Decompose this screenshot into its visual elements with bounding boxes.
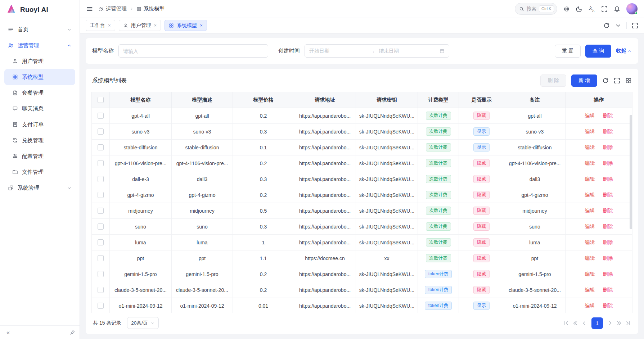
user-avatar[interactable]	[626, 3, 638, 14]
last-page-button[interactable]	[625, 320, 631, 326]
delete-link[interactable]: 删除	[603, 144, 613, 150]
delete-link[interactable]: 删除	[603, 271, 613, 277]
refresh-table-icon[interactable]	[602, 77, 609, 84]
edit-link[interactable]: 编辑	[585, 287, 595, 293]
edit-link[interactable]: 编辑	[585, 223, 595, 229]
sidebar-item-user[interactable]: 用户管理	[4, 53, 75, 69]
date-range-picker[interactable]: 开始日期 → 结束日期	[305, 44, 449, 58]
breadcrumb-item-current[interactable]: 系统模型	[136, 5, 165, 12]
row-checkbox[interactable]	[98, 176, 104, 182]
delete-link[interactable]: 删除	[603, 255, 613, 261]
sidebar-item-home[interactable]: 首页	[4, 22, 75, 37]
sidebar-item-file[interactable]: 文件管理	[4, 164, 75, 180]
language-translate-icon[interactable]: 文A	[589, 6, 595, 12]
cell-model-price: 0.3	[233, 171, 294, 187]
edit-link[interactable]: 编辑	[585, 144, 595, 150]
row-checkbox[interactable]	[98, 128, 104, 135]
edit-link[interactable]: 编辑	[585, 239, 595, 245]
delete-link[interactable]: 删除	[603, 113, 613, 118]
edit-link[interactable]: 编辑	[585, 113, 595, 118]
column-header: 模型价格	[233, 92, 294, 108]
edit-link[interactable]: 编辑	[585, 160, 595, 166]
delete-link[interactable]: 删除	[603, 287, 613, 293]
first-page-button[interactable]	[563, 320, 569, 326]
edit-link[interactable]: 编辑	[585, 255, 595, 261]
end-date-placeholder: 结束日期	[379, 48, 436, 54]
row-checkbox[interactable]	[98, 271, 104, 277]
sidebar-item-exchange[interactable]: 兑换管理	[4, 132, 75, 148]
row-checkbox[interactable]	[98, 223, 104, 230]
delete-link[interactable]: 删除	[603, 208, 613, 213]
content-fullscreen-icon[interactable]	[632, 22, 638, 29]
edit-link[interactable]: 编辑	[585, 192, 595, 198]
column-settings-icon[interactable]	[625, 77, 632, 84]
refresh-page-icon[interactable]	[603, 22, 610, 29]
select-all-checkbox[interactable]	[98, 97, 104, 103]
sidebar-item-package[interactable]: 套餐管理	[4, 85, 75, 101]
column-header: 备注	[504, 92, 566, 108]
delete-link[interactable]: 删除	[603, 303, 613, 308]
batch-delete-button[interactable]: 删 除	[540, 74, 566, 87]
sidebar-item-order[interactable]: 支付订单	[4, 117, 75, 132]
edit-link[interactable]: 编辑	[585, 128, 595, 134]
tabs-menu-chevron-icon[interactable]	[615, 22, 621, 29]
cell-visibility: 隐藏	[459, 108, 504, 124]
row-checkbox[interactable]	[98, 287, 104, 293]
delete-link[interactable]: 删除	[603, 128, 613, 134]
sidebar-item-system[interactable]: 系统管理	[4, 180, 75, 196]
menu-toggle-icon[interactable]	[86, 6, 93, 12]
table-fullscreen-icon[interactable]	[614, 77, 620, 84]
notifications-bell-icon[interactable]	[614, 6, 620, 12]
reset-button[interactable]: 重 置	[555, 45, 581, 58]
query-button[interactable]: 查 询	[585, 45, 611, 58]
tab-close-icon[interactable]: ×	[200, 23, 203, 28]
row-checkbox[interactable]	[98, 144, 104, 150]
row-checkbox[interactable]	[98, 160, 104, 166]
row-checkbox[interactable]	[98, 192, 104, 198]
sidebar-item-chat[interactable]: 聊天消息	[4, 101, 75, 117]
tab-close-icon[interactable]: ×	[108, 23, 111, 28]
edit-link[interactable]: 编辑	[585, 176, 595, 182]
current-page-button[interactable]: 1	[591, 317, 603, 329]
brand[interactable]: Ruoyi AI	[0, 0, 80, 19]
row-checkbox[interactable]	[98, 239, 104, 245]
search-input[interactable]: 搜索 Ctrl K	[515, 3, 557, 15]
delete-link[interactable]: 删除	[603, 176, 613, 182]
tab-close-icon[interactable]: ×	[154, 23, 157, 28]
tab-workbench[interactable]: 工作台 ×	[86, 20, 115, 31]
sidebar-item-label: 支付订单	[22, 121, 44, 128]
online-status-dot	[635, 12, 638, 15]
cell-request-url: https://api.pandarobo...	[294, 235, 356, 250]
pin-icon[interactable]	[70, 330, 75, 335]
jump-forward-button[interactable]	[616, 320, 622, 326]
row-checkbox[interactable]	[98, 208, 104, 214]
sidebar-collapse-button[interactable]: «	[4, 329, 12, 336]
sidebar-item-config[interactable]: 配置管理	[4, 148, 75, 164]
page-size-select[interactable]: 20条/页	[127, 317, 159, 329]
delete-link[interactable]: 删除	[603, 192, 613, 198]
edit-link[interactable]: 编辑	[585, 271, 595, 277]
model-name-input[interactable]	[118, 44, 268, 58]
jump-back-button[interactable]	[572, 320, 578, 326]
delete-link[interactable]: 删除	[603, 160, 613, 166]
sidebar-item-model[interactable]: 系统模型	[4, 69, 75, 85]
edit-link[interactable]: 编辑	[585, 303, 595, 308]
next-page-button[interactable]	[607, 320, 613, 326]
tab-model[interactable]: 系统模型 ×	[165, 20, 207, 31]
collapse-filter-link[interactable]: 收起	[616, 48, 632, 54]
sidebar-item-operations[interactable]: 运营管理	[4, 37, 75, 53]
edit-link[interactable]: 编辑	[585, 208, 595, 213]
settings-gear-icon[interactable]	[563, 6, 570, 12]
prev-page-button[interactable]	[581, 320, 587, 326]
breadcrumb-item-operations[interactable]: 运营管理	[99, 5, 127, 12]
add-button[interactable]: 新 增	[571, 74, 597, 87]
fullscreen-icon[interactable]	[601, 6, 608, 12]
delete-link[interactable]: 删除	[603, 239, 613, 245]
row-checkbox[interactable]	[98, 303, 104, 309]
tab-user[interactable]: 用户管理 ×	[119, 20, 161, 31]
dark-mode-moon-icon[interactable]	[576, 6, 582, 12]
delete-link[interactable]: 删除	[603, 223, 613, 229]
row-checkbox[interactable]	[98, 255, 104, 261]
vertical-scrollbar-thumb[interactable]	[630, 115, 632, 229]
row-checkbox[interactable]	[98, 113, 104, 119]
